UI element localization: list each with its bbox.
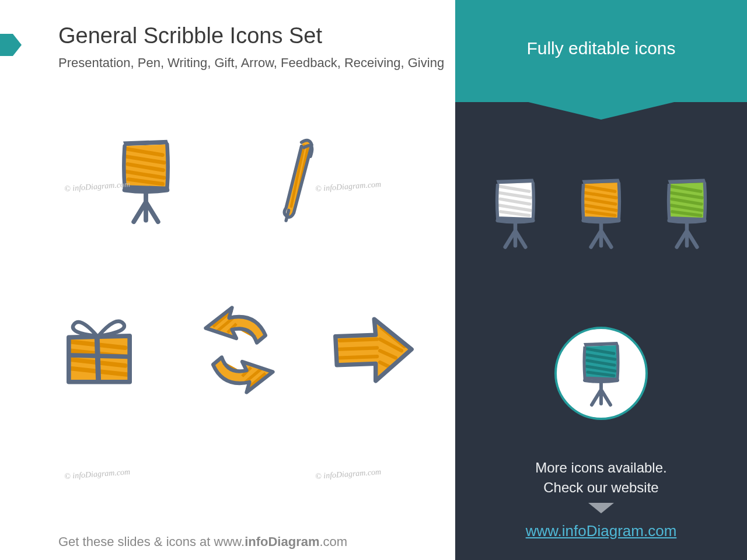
- watermark: © infoDiagram.com: [64, 467, 131, 481]
- presentation-board-icon-teal: [572, 338, 630, 408]
- circle-icon-container: [554, 327, 648, 420]
- website-link[interactable]: www.infoDiagram.com: [455, 522, 747, 540]
- right-panel: Fully editable icons: [455, 0, 747, 560]
- refresh-arrows-icon: [193, 303, 286, 397]
- right-header: Fully editable icons: [455, 0, 747, 102]
- presentation-board-icon-orange: [569, 175, 633, 251]
- footer-text: Get these slides & icons at www.infoDiag…: [58, 534, 347, 550]
- presentation-board-icon-green: [655, 175, 719, 251]
- pen-icon: [251, 134, 344, 228]
- watermark: © infoDiagram.com: [315, 467, 382, 481]
- presentation-board-icon-white: [483, 175, 547, 251]
- page-title: General Scribble Icons Set: [58, 23, 322, 48]
- left-tab-accent: [0, 34, 13, 56]
- more-icons-text: More icons available. Check our website: [455, 458, 747, 497]
- right-header-label: Fully editable icons: [526, 38, 675, 58]
- chevron-down-icon: [588, 503, 614, 513]
- gift-icon: [53, 303, 146, 397]
- left-panel: General Scribble Icons Set Presentation,…: [0, 0, 455, 560]
- arrow-right-icon: [327, 303, 420, 397]
- page-subtitle: Presentation, Pen, Writing, Gift, Arrow,…: [58, 55, 444, 71]
- variant-row: [455, 169, 747, 257]
